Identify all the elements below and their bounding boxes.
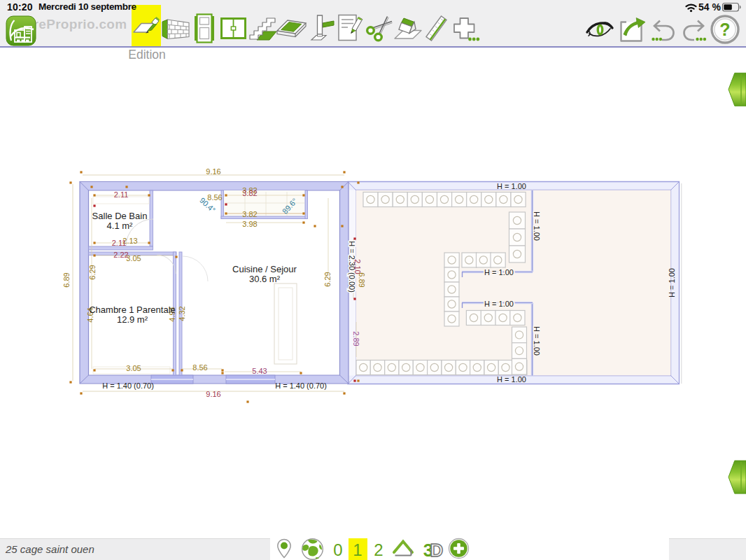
svg-text:9.16: 9.16 <box>206 390 220 398</box>
svg-text:H = 1.40 (0.70): H = 1.40 (0.70) <box>275 382 327 390</box>
svg-text:Salle De Bain: Salle De Bain <box>92 211 148 221</box>
svg-text:2.11: 2.11 <box>112 239 127 247</box>
svg-text:2.11: 2.11 <box>114 190 129 199</box>
svg-text:0: 0 <box>333 540 342 559</box>
svg-text:2: 2 <box>374 540 383 559</box>
svg-text:D: D <box>430 540 444 560</box>
svg-text:H = 1.00: H = 1.00 <box>497 182 526 190</box>
svg-text:3.98: 3.98 <box>242 220 257 228</box>
svg-text:12.9 m²: 12.9 m² <box>117 314 148 325</box>
svg-text:6.29: 6.29 <box>88 265 97 279</box>
svg-text:30.6 m²: 30.6 m² <box>249 274 281 284</box>
svg-text:6.89: 6.89 <box>358 272 366 287</box>
svg-text:6.29: 6.29 <box>323 272 332 286</box>
svg-text:1: 1 <box>353 540 362 559</box>
svg-text:3.82: 3.82 <box>242 210 257 218</box>
svg-text:2.89: 2.89 <box>352 331 360 346</box>
svg-text:?: ? <box>719 20 730 39</box>
svg-text:3.82: 3.82 <box>242 189 257 197</box>
svg-text:H = 1.00: H = 1.00 <box>668 268 676 298</box>
svg-text:H = 1.00: H = 1.00 <box>484 300 514 308</box>
svg-text:5.43: 5.43 <box>252 367 267 375</box>
svg-text:H = 1.00: H = 1.00 <box>533 326 541 356</box>
svg-text:Cuisine / Sejour: Cuisine / Sejour <box>232 264 297 274</box>
svg-text:H = 1.00: H = 1.00 <box>533 211 541 241</box>
svg-text:3.05: 3.05 <box>126 254 141 262</box>
svg-text:4.32: 4.32 <box>178 306 186 321</box>
svg-text:H = 1.00: H = 1.00 <box>484 268 514 276</box>
svg-text:H = 1.00: H = 1.00 <box>497 375 526 384</box>
svg-text:H = 1.40 (0.70): H = 1.40 (0.70) <box>102 382 154 390</box>
svg-text:4.1 m²: 4.1 m² <box>107 220 134 231</box>
svg-text:3.05: 3.05 <box>126 364 141 372</box>
svg-text:6.89: 6.89 <box>62 272 71 287</box>
svg-text:8.56: 8.56 <box>192 363 207 372</box>
svg-text:Chambre 1 Parentale: Chambre 1 Parentale <box>89 304 176 315</box>
svg-text:9.16: 9.16 <box>206 167 220 176</box>
